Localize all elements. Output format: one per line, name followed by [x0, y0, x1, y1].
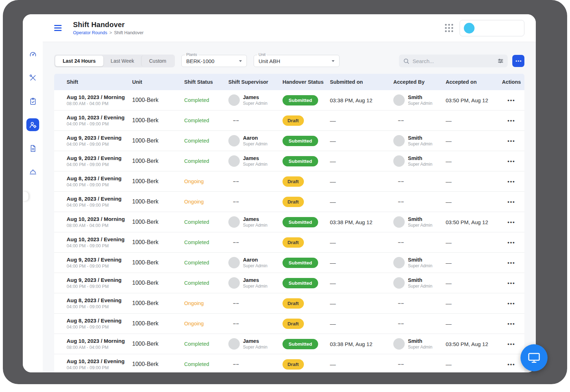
- monitor-icon: [528, 352, 540, 363]
- shift-time: 04:00 PM - 09:00 PM: [67, 365, 132, 370]
- table-row[interactable]: Aug 10, 2023 / Morning 08:00 AM - 04:00 …: [54, 212, 524, 232]
- sidebar-expand-handle[interactable]: [23, 192, 28, 201]
- time-tab[interactable]: Custom: [141, 56, 173, 66]
- row-actions-button[interactable]: •••: [507, 278, 516, 288]
- unit-select[interactable]: Unit Unit ABH: [254, 55, 340, 67]
- shift-supervisor-cell: James Super Admin ––: [228, 338, 283, 350]
- table-row[interactable]: Aug 10, 2023 / Morning 08:00 AM - 04:00 …: [54, 90, 524, 110]
- accepted-by-role: Super Admin: [408, 284, 432, 289]
- table-row[interactable]: Aug 9, 2023 / Evening 04:00 PM - 09:00 P…: [54, 131, 524, 151]
- apps-grid-icon[interactable]: [445, 24, 453, 32]
- unit-value: 1000-Berk: [132, 341, 184, 347]
- sidebar-item helmet-icon[interactable]: [26, 165, 39, 178]
- shift-title: Aug 10, 2023 / Morning: [67, 216, 132, 222]
- row-actions-button[interactable]: •••: [507, 116, 516, 125]
- accepted-on: ––: [446, 280, 501, 286]
- row-actions-button[interactable]: •••: [507, 136, 516, 146]
- breadcrumb-current: Shift Handover: [114, 30, 144, 35]
- shift-cell: Aug 10, 2023 / Morning 08:00 AM - 04:00 …: [54, 94, 132, 106]
- shift-time: 04:00 PM - 09:00 PM: [67, 142, 132, 147]
- table-row[interactable]: Aug 8, 2023 / Evening 04:00 PM - 09:00 P…: [54, 314, 524, 334]
- row-actions-button[interactable]: •••: [507, 319, 516, 329]
- submitted-on: ––: [330, 361, 393, 367]
- table-row[interactable]: Aug 9, 2023 / Evening 04:00 PM - 09:00 P…: [54, 253, 524, 273]
- time-tab[interactable]: Last Week: [103, 56, 142, 66]
- table-row[interactable]: Aug 8, 2023 / Evening 04:00 PM - 09:00 P…: [54, 192, 524, 212]
- table-row[interactable]: Aug 10, 2023 / Morning 08:00 AM - 04:00 …: [54, 334, 524, 354]
- row-actions-button[interactable]: •••: [507, 299, 516, 308]
- table-row[interactable]: Aug 10, 2023 / Evening 04:00 PM - 09:00 …: [54, 110, 524, 131]
- empty-value: ––: [393, 321, 404, 326]
- accepted-on: ––: [446, 158, 501, 164]
- column-header: Unit: [132, 79, 184, 85]
- accepted-by-cell: ––: [393, 178, 446, 185]
- sidebar-item rounds-icon[interactable]: [26, 95, 39, 108]
- handover-status-cell: Submitted: [283, 156, 330, 166]
- search-input[interactable]: [413, 58, 497, 64]
- person-text: Aaron Super Admin: [243, 135, 268, 146]
- unit-value: 1000-Berk: [132, 198, 184, 205]
- unit-value: 1000-Berk: [132, 178, 184, 185]
- table-row[interactable]: Aug 9, 2023 / Evening 04:00 PM - 09:00 P…: [54, 151, 524, 171]
- submitted-on: ––: [330, 260, 393, 266]
- accepted-on: ––: [446, 138, 501, 144]
- plants-select[interactable]: Plants BERK-1000: [181, 55, 247, 67]
- row-actions-button[interactable]: •••: [507, 96, 516, 105]
- table-row[interactable]: Aug 8, 2023 / Evening 04:00 PM - 09:00 P…: [54, 171, 524, 192]
- row-actions-button[interactable]: •••: [507, 360, 516, 369]
- row-actions-button[interactable]: •••: [507, 197, 516, 207]
- table-row[interactable]: Aug 9, 2023 / Evening 04:00 PM - 09:00 P…: [54, 273, 524, 293]
- submitted-on: ––: [330, 300, 393, 306]
- unit-value: 1000-Berk: [132, 97, 184, 103]
- avatar: [228, 94, 240, 106]
- more-actions-button[interactable]: •••: [512, 55, 524, 67]
- table-row[interactable]: Aug 8, 2023 / Evening 04:00 PM - 09:00 P…: [54, 293, 524, 314]
- sidebar-item tools-icon[interactable]: [26, 71, 39, 84]
- avatar: [228, 155, 240, 167]
- person-text: Smith Super Admin: [408, 216, 432, 228]
- search-icon: [403, 58, 410, 65]
- shift-title: Aug 8, 2023 / Evening: [67, 297, 132, 303]
- row-actions-button[interactable]: •••: [507, 339, 516, 349]
- row-actions-button[interactable]: •••: [507, 217, 516, 227]
- supervisor-role: Super Admin: [243, 345, 268, 350]
- column-header: Actions: [501, 79, 524, 85]
- row-actions-button[interactable]: •••: [507, 258, 516, 268]
- shift-status: Completed: [184, 158, 209, 164]
- support-widget-button[interactable]: [520, 344, 548, 371]
- shift-status: Ongoing: [184, 199, 204, 205]
- row-actions-button[interactable]: •••: [507, 156, 516, 166]
- handover-status-cell: Submitted: [283, 136, 330, 146]
- menu-icon[interactable]: [54, 24, 62, 32]
- handover-status-cell: Submitted: [283, 339, 330, 349]
- table-row[interactable]: Aug 10, 2023 / Evening 04:00 PM - 09:00 …: [54, 232, 524, 253]
- accepted-by-name: Smith: [408, 277, 432, 283]
- accepted-by-role: Super Admin: [408, 101, 432, 106]
- shift-title: Aug 10, 2023 / Evening: [67, 236, 132, 242]
- breadcrumb-link[interactable]: Operator Rounds: [73, 30, 107, 35]
- table-header-row: ShiftUnitShift StatusShift SupervisorHan…: [54, 74, 524, 90]
- sidebar-item user-settings-icon[interactable]: [26, 118, 39, 131]
- sidebar-nav: [26, 48, 39, 178]
- user-avatar: [464, 23, 475, 33]
- accepted-by: Smith Super Admin: [393, 257, 446, 268]
- row-actions-button[interactable]: •••: [507, 238, 516, 247]
- column-header: Submitted on: [330, 79, 393, 85]
- sidebar-item document-icon[interactable]: [26, 142, 39, 155]
- empty-value: ––: [228, 239, 239, 245]
- shift-supervisor: Aaron Super Admin: [228, 257, 283, 268]
- user-menu[interactable]: [460, 20, 524, 36]
- shift-title: Aug 10, 2023 / Evening: [67, 114, 132, 120]
- submitted-on: ––: [330, 118, 393, 124]
- time-tab[interactable]: Last 24 Hours: [55, 56, 103, 66]
- row-actions-button[interactable]: •••: [507, 177, 516, 186]
- sidebar-item dashboard-icon[interactable]: [26, 48, 39, 61]
- actions-cell: •••: [501, 96, 524, 105]
- table-row[interactable]: Aug 10, 2023 / Evening 04:00 PM - 09:00 …: [54, 354, 524, 372]
- submitted-on: ––: [330, 280, 393, 286]
- unit-value: 1000-Berk: [132, 158, 184, 164]
- title-block: Shift Handover Operator Rounds > Shift H…: [73, 21, 144, 35]
- shift-time: 04:00 PM - 09:00 PM: [67, 203, 132, 208]
- filter-sliders-icon[interactable]: [497, 58, 504, 64]
- shift-cell: Aug 9, 2023 / Evening 04:00 PM - 09:00 P…: [54, 135, 132, 147]
